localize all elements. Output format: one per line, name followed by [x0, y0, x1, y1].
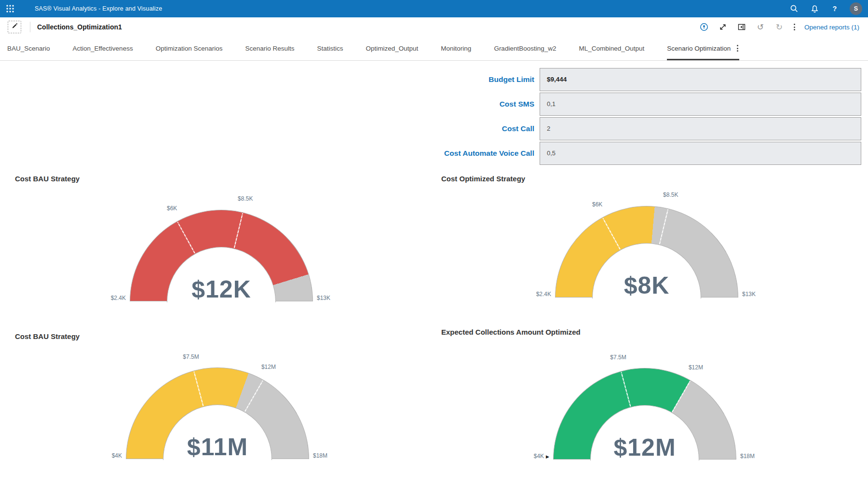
prompt-row: Budget Limit$9,444	[0, 68, 861, 91]
prompt-label: Cost SMS	[500, 93, 534, 116]
edit-report-button[interactable]	[8, 21, 21, 33]
prompt-input-cost-sms[interactable]: 0,1	[540, 93, 861, 116]
gauge-title: Expected Collections Amount Optimized	[441, 328, 581, 336]
tab-scenario-optimization[interactable]: Scenario Optimization	[667, 37, 739, 60]
prompt-value: $9,444	[540, 68, 861, 90]
prompt-label: Cost Automate Voice Call	[444, 142, 534, 165]
gauge-tick-label: $7.5M	[183, 353, 199, 360]
prompt-row: Cost Call2	[0, 117, 861, 140]
gauge-tick-label: $12M	[261, 364, 276, 370]
prompt-label: Cost Call	[502, 117, 534, 140]
notifications-bell-icon[interactable]	[809, 3, 820, 14]
gauge-chart: $6K$8.5K$2.4K$13K$12K	[86, 183, 356, 303]
search-icon[interactable]	[789, 3, 800, 14]
tab-label: Scenario Optimization	[667, 45, 731, 52]
tab-label: Optimization Scenarios	[156, 45, 223, 52]
prompt-row: Cost SMS0,1	[0, 93, 861, 116]
gauge-tick-label: $6K	[592, 201, 602, 208]
gauge-chart: $6K$8.5K$2.4K$13K$8K	[512, 179, 782, 299]
prompt-input-cost-automate-voice-call[interactable]: 0,5	[540, 142, 861, 165]
tab-bau-scenario[interactable]: BAU_Scenario	[7, 37, 50, 60]
tab-optimization-scenarios[interactable]: Optimization Scenarios	[156, 37, 223, 60]
tab-label: Action_Effectiveness	[73, 45, 133, 52]
gauge-chart: $7.5M$12M$4K$18M$11M	[82, 340, 353, 461]
app-launcher-grid-icon[interactable]	[5, 3, 15, 14]
tab-gradientboosting-w2[interactable]: GradientBoosting_w2	[494, 37, 556, 60]
pencil-icon	[11, 23, 18, 31]
tab-label: Optimized_Output	[366, 45, 419, 52]
gauge-title: Cost BAU Strategy	[15, 332, 80, 340]
prompt-input-budget-limit[interactable]: $9,444	[540, 68, 861, 91]
prompt-label: Budget Limit	[488, 68, 534, 91]
report-toolbar: Collections_Optimization1 ↺	[0, 17, 868, 37]
app-title: SAS® Visual Analytics - Explore and Visu…	[35, 5, 162, 12]
prompt-input-cost-call[interactable]: 2	[540, 117, 861, 140]
gauge-tick-label: $8.5K	[663, 191, 678, 198]
gauge-chart: $7.5M$12M$4K▶$18M$12M	[510, 341, 780, 461]
prompt-value: 0,1	[540, 93, 861, 115]
tab-optimized-output[interactable]: Optimized_Output	[366, 37, 419, 60]
user-avatar[interactable]: S	[850, 2, 862, 15]
toolbar-more-options-icon[interactable]	[793, 23, 796, 31]
tab-label: Scenario Results	[245, 45, 294, 52]
help-icon[interactable]: ?	[829, 3, 840, 14]
gauge-tick-label: $8.5K	[238, 195, 253, 202]
toolbar-separator	[30, 22, 30, 32]
tab-more-options-icon[interactable]	[736, 44, 739, 53]
gauge-value: $8K	[512, 271, 782, 299]
tab-ml-combined-output[interactable]: ML_Combined_Output	[579, 37, 644, 60]
gauge-value: $12M	[510, 434, 780, 461]
prompt-value: 2	[540, 118, 861, 139]
expand-fullscreen-icon[interactable]	[718, 22, 728, 32]
tab-label: ML_Combined_Output	[579, 45, 644, 52]
tab-label: Statistics	[317, 45, 343, 52]
tab-monitoring[interactable]: Monitoring	[441, 37, 471, 60]
gauge-tick-label: $6K	[167, 205, 177, 212]
gauge-value: $11M	[82, 433, 353, 461]
tab-action-effectiveness[interactable]: Action_Effectiveness	[73, 37, 133, 60]
tab-label: GradientBoosting_w2	[494, 45, 556, 52]
pin-circle-icon[interactable]	[699, 22, 709, 32]
toggle-panel-icon[interactable]	[736, 22, 747, 32]
prompt-row: Cost Automate Voice Call0,5	[0, 142, 861, 165]
tab-label: BAU_Scenario	[7, 45, 50, 52]
report-title: Collections_Optimization1	[37, 23, 122, 31]
tab-bar: BAU_ScenarioAction_EffectivenessOptimiza…	[0, 37, 868, 61]
gauge-title: Cost BAU Strategy	[15, 175, 80, 183]
gauge-tick-label: $7.5M	[610, 354, 626, 361]
undo-icon[interactable]: ↺	[755, 22, 766, 32]
gauge-value: $12K	[86, 275, 356, 303]
tab-statistics[interactable]: Statistics	[317, 37, 343, 60]
gauge-tick-label: $12M	[689, 364, 703, 371]
app-bar: SAS® Visual Analytics - Explore and Visu…	[0, 0, 868, 17]
tab-scenario-results[interactable]: Scenario Results	[245, 37, 294, 60]
prompt-value: 0,5	[540, 142, 861, 164]
tab-label: Monitoring	[441, 45, 471, 52]
opened-reports-link[interactable]: Opened reports (1)	[804, 24, 859, 31]
redo-icon[interactable]: ↻	[774, 22, 785, 32]
